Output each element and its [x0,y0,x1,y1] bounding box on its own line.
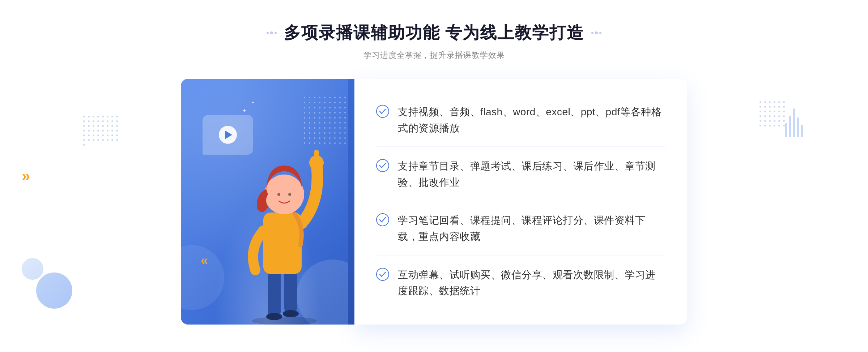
svg-point-3 [266,313,282,320]
vert-lines-decoration [785,108,803,137]
page-chevron-decoration: » [22,167,30,185]
feature-text-1: 支持视频、音频、flash、word、excel、ppt、pdf等各种格式的资源… [398,104,665,137]
feature-item-2: 支持章节目录、弹题考试、课后练习、课后作业、章节测验、批改作业 [376,148,665,201]
play-triangle [225,130,232,139]
svg-rect-7 [314,150,319,164]
play-icon [219,126,237,144]
decorator-dots-left [267,31,277,34]
feature-text-4: 互动弹幕、试听购买、微信分享、观看次数限制、学习进度跟踪、数据统计 [398,267,665,300]
svg-point-4 [283,310,299,317]
svg-point-9 [277,193,280,196]
svg-point-8 [264,175,304,214]
header-decorators: 多项录播课辅助功能 专为线上教学打造 [267,22,602,44]
header-section: 多项录播课辅助功能 专为线上教学打造 学习进度全掌握，提升录播课教学效果 [267,22,602,61]
blue-stripe-decoration [348,79,354,325]
dot-grid-left [83,116,118,150]
subtitle: 学习进度全掌握，提升录播课教学效果 [267,50,602,61]
svg-rect-1 [268,267,281,317]
check-icon-2 [376,159,389,172]
svg-point-10 [288,193,291,196]
svg-point-11 [376,105,389,117]
svg-point-14 [376,268,389,280]
feature-item-4: 互动弹幕、试听购买、微信分享、观看次数限制、学习进度跟踪、数据统计 [376,257,665,310]
illustration-panel: ✦ ✦ « [181,79,354,325]
feature-text-3: 学习笔记回看、课程提问、课程评论打分、课件资料下载，重点内容收藏 [398,213,665,245]
deco-circle-large [36,272,72,309]
decorator-dots-right [591,31,601,34]
svg-rect-5 [263,213,302,274]
chevron-icon: « [201,254,208,267]
sparkle-icon-2: ✦ [251,100,254,104]
feature-text-2: 支持章节目录、弹题考试、课后练习、课后作业、章节测验、批改作业 [398,158,665,191]
deco-circle-small [22,258,43,280]
feature-item-3: 学习笔记回看、课程提问、课程评论打分、课件资料下载，重点内容收藏 [376,202,665,256]
content-area: ✦ ✦ « [181,79,687,325]
check-icon-1 [376,105,389,118]
page-container: » 多项录播课辅助功能 专为线上教学打造 [0,0,868,352]
check-icon-3 [376,213,389,226]
svg-point-0 [252,317,317,325]
feature-item-1: 支持视频、音频、flash、word、excel、ppt、pdf等各种格式的资源… [376,94,665,147]
person-figure [237,137,339,325]
main-title: 多项录播课辅助功能 专为线上教学打造 [284,22,584,44]
dot-grid-right [760,101,785,126]
check-icon-4 [376,268,389,281]
svg-point-12 [376,159,389,172]
svg-point-13 [376,214,389,226]
features-panel: 支持视频、音频、flash、word、excel、ppt、pdf等各种格式的资源… [354,79,687,325]
sparkle-icon-1: ✦ [242,108,247,113]
